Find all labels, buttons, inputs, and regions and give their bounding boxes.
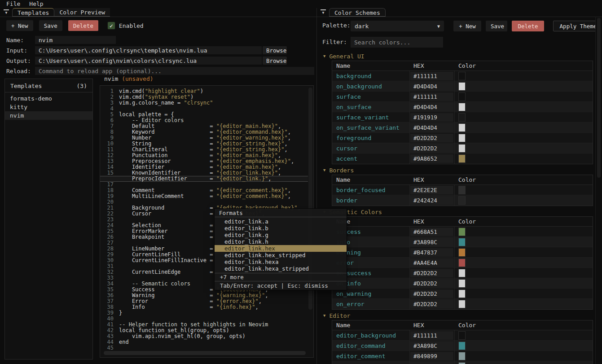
section-header[interactable]: ▼Editor [323,312,594,319]
hex-value-field[interactable]: #D2D2D2 [410,289,453,298]
color-swatch[interactable] [458,279,466,288]
color-swatch[interactable] [458,72,466,80]
panel-collapse-icon[interactable]: ▼ [321,9,326,15]
table-row[interactable]: surface#111111 [332,92,593,102]
table-row[interactable]: success#668A51 [332,227,593,237]
delete-palette-button[interactable]: Delete [512,21,544,31]
table-row[interactable]: foreground#D2D2D2 [332,133,593,143]
hex-value-field[interactable]: #849899 [410,362,453,364]
section-header[interactable]: ▼General UI [323,53,594,59]
hex-value-field[interactable]: #D2D2D2 [410,300,453,308]
palette-dropdown[interactable]: dark ▼ [351,21,444,31]
color-swatch[interactable] [458,342,466,350]
table-row[interactable]: info#3A898C [332,237,593,247]
table-row[interactable]: editor_command#3A898C [332,341,593,351]
color-swatch[interactable] [458,228,466,236]
check-icon[interactable]: ✓ [107,22,115,30]
color-swatch[interactable] [458,134,466,142]
table-row[interactable]: on_surface_variant#D4D4D4 [332,123,593,133]
tab-templates[interactable]: Templates [12,8,54,17]
hex-value-field[interactable]: #111111 [410,331,453,340]
table-row[interactable]: on_warning#D2D2D2 [332,289,593,299]
list-item[interactable]: formats-demo [5,94,92,103]
color-swatch[interactable] [458,92,466,101]
output-path-field[interactable] [35,57,262,65]
table-row[interactable]: on_info#D2D2D2 [332,278,593,289]
autocomplete-item[interactable]: editor_link.hex_stripped [215,252,347,259]
menu-file[interactable]: File [6,0,20,8]
hex-value-field[interactable]: #3A898C [410,342,453,350]
table-row[interactable]: background#111111 [332,71,593,81]
color-swatch[interactable] [458,238,466,246]
autocomplete-item[interactable]: editor_link.hexa_stripped [215,265,347,272]
reload-command-field[interactable] [35,67,314,75]
table-row[interactable]: on_surface#D4D4D4 [332,102,593,112]
color-swatch[interactable] [458,300,466,308]
list-item[interactable]: kitty [5,103,92,111]
hex-value-field[interactable]: #D2D2D2 [410,269,453,277]
color-panel-scrollbar[interactable] [595,17,602,364]
hex-value-field[interactable]: #AA4E4A [410,259,453,267]
table-row[interactable]: editor_disabled#849899 [332,361,593,364]
hex-value-field[interactable]: #668A51 [410,228,453,236]
autocomplete-item[interactable]: editor_link.hexa [215,259,347,265]
table-row[interactable]: on_success#D2D2D2 [332,268,593,278]
table-row[interactable]: border#242424 [332,195,593,206]
menu-help[interactable]: Help [29,0,43,8]
editor-horizontal-scrollbar[interactable] [104,351,306,355]
color-swatch[interactable] [458,289,466,298]
hex-value-field[interactable]: #D4D4D4 [410,123,453,132]
hex-value-field[interactable]: #111111 [410,92,453,101]
hex-value-field[interactable]: #242424 [410,196,453,205]
autocomplete-item[interactable]: editor_link.g [215,232,347,238]
save-template-button[interactable]: Save [39,20,62,31]
new-template-button[interactable]: + New [6,20,33,31]
color-swatch[interactable] [458,113,466,122]
hex-value-field[interactable]: #D4D4D4 [410,103,453,111]
color-swatch[interactable] [458,248,466,257]
color-swatch[interactable] [458,196,466,205]
tab-color-schemes[interactable]: Color Schemes [329,8,386,17]
autocomplete-item[interactable]: editor_link.b [215,225,347,232]
hex-value-field[interactable]: #111111 [410,72,453,80]
panel-collapse-icon[interactable]: ▼ [4,9,9,15]
hex-value-field[interactable]: #D4D4D4 [410,82,453,91]
hex-value-field[interactable]: #D2D2D2 [410,144,453,153]
autocomplete-item[interactable]: editor_link.a [215,218,347,225]
table-row[interactable]: editor_background#111111 [332,330,593,341]
color-swatch[interactable] [458,362,466,364]
table-row[interactable]: on_background#D4D4D4 [332,81,593,92]
table-row[interactable]: border_focused#2E2E2E [332,185,593,195]
hex-value-field[interactable]: #2E2E2E [410,186,453,194]
color-swatch[interactable] [458,144,466,153]
output-browse-button[interactable]: Browse [263,57,287,65]
color-swatch[interactable] [458,331,466,340]
tab-color-preview[interactable]: Color Preview [54,8,110,17]
color-swatch[interactable] [458,123,466,132]
list-item[interactable]: nvim [5,111,92,120]
hex-value-field[interactable]: #D2D2D2 [410,279,453,288]
delete-template-button[interactable]: Delete [68,20,98,31]
section-header[interactable]: ▼Borders [323,167,594,173]
hex-value-field[interactable]: #B47837 [410,248,453,257]
hex-value-field[interactable]: #D2D2D2 [410,134,453,142]
apply-theme-button[interactable]: Apply Theme [553,21,602,31]
table-row[interactable]: on_error#D2D2D2 [332,299,593,309]
table-row[interactable]: editor_comment#849899 [332,351,593,361]
name-input[interactable] [35,36,116,44]
section-header[interactable]: ▼Semantic Colors [323,209,594,215]
color-swatch[interactable] [458,269,466,277]
color-swatch[interactable] [458,186,466,194]
hex-value-field[interactable]: #849899 [410,352,453,360]
color-filter-input[interactable] [351,37,443,48]
table-row[interactable]: warning#B47837 [332,247,593,258]
color-swatch[interactable] [458,352,466,360]
hex-value-field[interactable]: #191919 [410,113,453,122]
autocomplete-item[interactable]: editor_link.hex [215,245,347,252]
table-row[interactable]: error#AA4E4A [332,258,593,268]
autocomplete-item[interactable]: editor_link.h [215,238,347,245]
input-path-field[interactable] [35,46,262,54]
hex-value-field[interactable]: #3A898C [410,238,453,246]
color-swatch[interactable] [458,154,466,163]
new-palette-button[interactable]: + New [453,21,481,31]
